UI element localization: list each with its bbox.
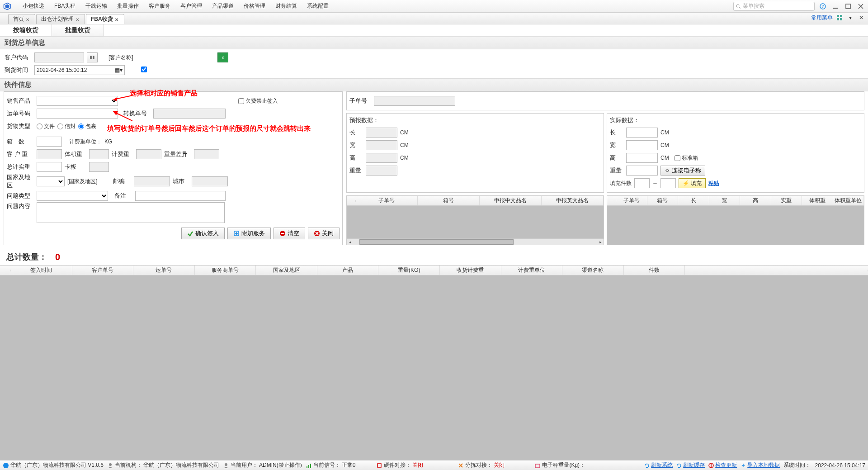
- radio-package[interactable]: [78, 123, 84, 129]
- city-input[interactable]: [192, 176, 228, 186]
- menu-item[interactable]: 客户管理: [176, 0, 207, 12]
- vol-weight-input[interactable]: [89, 149, 109, 159]
- status-company: 华航（广东）物流科技有限公司 V1.0.6: [3, 461, 104, 469]
- status-sort: 分拣对接：关闭: [458, 461, 505, 469]
- section-arrival-header: 到货总单信息: [0, 36, 868, 49]
- refresh-cache-link[interactable]: 刷新缓存: [683, 461, 705, 469]
- tab-fba-receive[interactable]: FBA收货✕: [86, 14, 124, 24]
- std-box-checkbox[interactable]: [675, 155, 680, 161]
- close-form-button[interactable]: 关闭: [308, 228, 340, 239]
- label-total-weight: 总计实重: [7, 163, 34, 171]
- declare-grid: 子单号 箱号 申报中文品名 申报英文品名 ◂▸: [346, 195, 604, 245]
- close-icon[interactable]: ✕: [115, 17, 119, 22]
- subtab-by-box[interactable]: 按箱收货: [0, 24, 52, 36]
- total-weight-input[interactable]: [37, 162, 62, 172]
- postcode-input[interactable]: [134, 176, 170, 186]
- country-select[interactable]: [37, 176, 65, 186]
- svg-point-30: [3, 463, 9, 468]
- actual-len-input[interactable]: [626, 128, 658, 138]
- radio-file[interactable]: [37, 123, 42, 129]
- issue-content-input[interactable]: [37, 202, 225, 223]
- status-signal: 当前信号：正常0: [306, 461, 356, 469]
- menu-item[interactable]: 批量操作: [113, 0, 143, 12]
- subtab-batch[interactable]: 批量收货: [52, 24, 104, 36]
- forecast-hei-input[interactable]: [366, 153, 397, 163]
- svg-rect-13: [840, 18, 842, 20]
- forecast-wid-input[interactable]: [366, 140, 397, 150]
- menu-item[interactable]: 产品渠道: [208, 0, 238, 12]
- menu-item[interactable]: 干线运输: [81, 0, 112, 12]
- convert-input[interactable]: [153, 109, 226, 119]
- actual-wt-input[interactable]: [626, 166, 658, 176]
- close-icon[interactable]: ✕: [75, 17, 80, 22]
- svg-text:?: ?: [822, 4, 824, 9]
- sub-no-input[interactable]: [374, 96, 455, 106]
- menu-item[interactable]: 系统配置: [302, 0, 333, 12]
- import-local-link[interactable]: 导入本地数据: [747, 461, 780, 469]
- arrear-block-checkbox[interactable]: [238, 98, 244, 104]
- grid-icon[interactable]: [835, 14, 844, 22]
- menu-item[interactable]: 财务结算: [271, 0, 302, 12]
- clear-button[interactable]: 清空: [274, 228, 305, 239]
- close-button[interactable]: [856, 2, 865, 11]
- remark-input[interactable]: [135, 191, 226, 201]
- menu-search-input[interactable]: 菜单搜索: [733, 2, 815, 11]
- forecast-wt-input[interactable]: [366, 166, 397, 176]
- dropdown-icon[interactable]: ▾: [846, 14, 854, 22]
- status-time: 系统时间： 2022-04-26 15:04:17: [783, 461, 865, 469]
- scale-icon: [534, 462, 541, 469]
- tab-outbound-plan[interactable]: 出仓计划管理✕: [36, 14, 85, 24]
- bill-weight-input[interactable]: [136, 149, 161, 159]
- check-update-link[interactable]: 检查更新: [715, 461, 737, 469]
- label-fill-count: 填充件数: [610, 180, 632, 187]
- svg-rect-11: [840, 15, 842, 17]
- pallet-input[interactable]: [89, 162, 109, 172]
- help-icon[interactable]: ?: [818, 2, 827, 11]
- arrival-time-input[interactable]: 2022-04-26 15:00:12 ▦▾: [34, 65, 125, 75]
- app-logo-icon: [3, 2, 12, 11]
- refresh-icon: [644, 463, 650, 468]
- link-icon: [665, 168, 670, 173]
- label-sub-no: 子单号: [349, 97, 371, 105]
- weight-diff-input[interactable]: [194, 149, 219, 159]
- addon-service-button[interactable]: 附加服务: [227, 228, 271, 239]
- svg-marker-1: [5, 4, 9, 8]
- actual-hei-input[interactable]: [626, 153, 658, 163]
- tab-home[interactable]: 首页✕: [8, 14, 35, 24]
- connect-scale-button[interactable]: 连接电子称: [660, 166, 705, 176]
- user-icon: [107, 462, 113, 469]
- menu-item[interactable]: 小包快递: [18, 0, 49, 12]
- paste-link[interactable]: 粘贴: [708, 180, 719, 187]
- forecast-title: 预报数据：: [349, 116, 601, 124]
- scrollbar-horizontal[interactable]: ◂▸: [347, 238, 604, 245]
- svg-rect-36: [377, 464, 381, 467]
- arrival-checkbox[interactable]: [141, 66, 147, 72]
- sale-product-select[interactable]: [37, 96, 118, 106]
- search-customer-button[interactable]: [87, 52, 98, 62]
- cust-code-input[interactable]: [34, 52, 84, 62]
- tab-close-all-icon[interactable]: ✕: [857, 14, 865, 22]
- fill-from-input[interactable]: [634, 178, 650, 188]
- label-pallet: 卡板: [65, 163, 86, 171]
- fill-button[interactable]: ⚡填充: [679, 178, 706, 188]
- menu-item[interactable]: 价格管理: [239, 0, 270, 12]
- excel-button[interactable]: x: [217, 52, 228, 62]
- refresh-system-link[interactable]: 刷新系统: [651, 461, 673, 469]
- boxes-input[interactable]: [37, 137, 62, 147]
- waybill-input[interactable]: [37, 109, 118, 119]
- common-menu-link[interactable]: 常用菜单: [811, 14, 833, 22]
- radio-envelope[interactable]: [57, 123, 63, 129]
- menu-item[interactable]: 客户服务: [144, 0, 175, 12]
- fill-to-input[interactable]: [660, 178, 676, 188]
- cust-weight-input[interactable]: [37, 149, 62, 159]
- forecast-len-input[interactable]: [366, 128, 397, 138]
- bill-unit-value: KG: [104, 138, 112, 145]
- issue-type-select[interactable]: [37, 191, 108, 201]
- search-icon: [736, 4, 741, 9]
- menu-item[interactable]: FBA头程: [50, 0, 80, 12]
- close-icon[interactable]: ✕: [26, 17, 30, 22]
- maximize-button[interactable]: [844, 2, 853, 11]
- minimize-button[interactable]: [831, 2, 840, 11]
- confirm-button[interactable]: 确认签入: [181, 228, 225, 239]
- actual-wid-input[interactable]: [626, 140, 658, 150]
